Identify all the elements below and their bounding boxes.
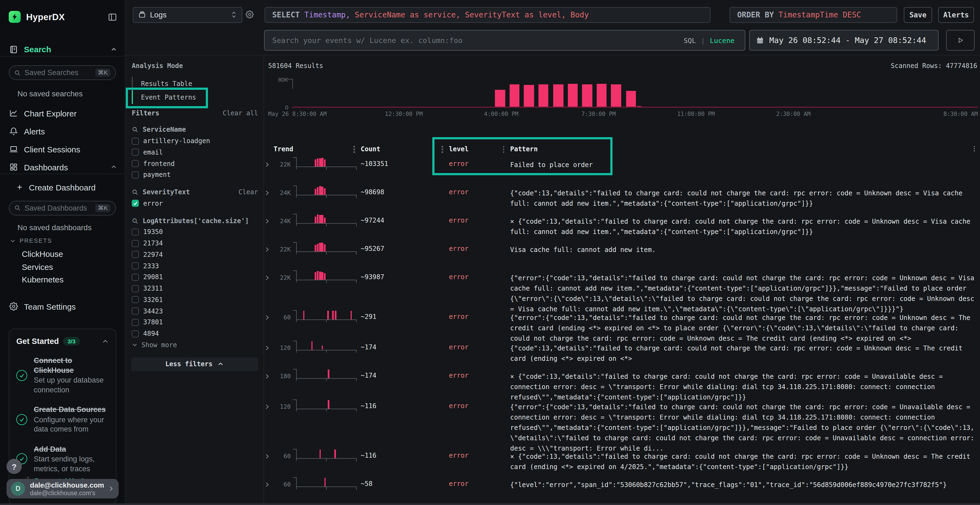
get-started-title: Get Started xyxy=(16,337,59,346)
column-header-count[interactable]: Count xyxy=(361,145,380,153)
pattern-row[interactable]: 120~116error{"error":{"code":13,"details… xyxy=(264,402,978,452)
language-toggle-lucene[interactable]: Lucene xyxy=(710,36,735,44)
filter-checkbox-item[interactable]: 34423 xyxy=(132,306,258,317)
checkbox-unchecked[interactable] xyxy=(132,160,139,167)
sidebar-item-client-sessions[interactable]: Client Sessions xyxy=(9,143,117,156)
filter-checkbox-item[interactable]: frontend xyxy=(132,158,258,170)
histogram-bar[interactable] xyxy=(495,90,505,106)
pattern-row[interactable]: 24K~97244error× {"code":13,"details":"fa… xyxy=(264,217,978,245)
pattern-count: ~116 xyxy=(361,402,377,410)
checkbox-unchecked[interactable] xyxy=(132,137,139,145)
chevron-up-icon[interactable] xyxy=(111,164,117,170)
sql-columns-input[interactable]: SELECT Timestamp, ServiceName as service… xyxy=(265,7,711,22)
checkbox-unchecked[interactable] xyxy=(132,330,139,337)
preset-clickhouse[interactable]: ClickHouse xyxy=(22,249,63,259)
pattern-count: ~97244 xyxy=(361,217,384,224)
less-filters-button[interactable]: Less filters xyxy=(131,357,258,371)
filter-checkbox-item[interactable]: 4894 xyxy=(132,328,258,340)
checkbox-unchecked[interactable] xyxy=(132,319,139,326)
filter-checkbox-item[interactable]: email xyxy=(132,147,258,158)
histogram-bar[interactable] xyxy=(582,85,592,106)
checkbox-checked[interactable] xyxy=(132,200,139,207)
column-drag-handle-icon[interactable] xyxy=(353,146,355,153)
pattern-row[interactable]: 22K~103351errorFailed to place order xyxy=(264,160,978,188)
pattern-row[interactable]: 22K~95267errorVisa cache full: cannot ad… xyxy=(264,245,978,273)
get-started-item[interactable]: Connect to ClickHouseSet up your databas… xyxy=(16,356,109,395)
sidebar-item-alerts[interactable]: Alerts xyxy=(9,125,117,138)
sidebar-collapse-icon[interactable] xyxy=(108,12,117,22)
get-started-item[interactable]: Create Data SourcesConfigure where your … xyxy=(16,405,109,434)
checkbox-unchecked[interactable] xyxy=(132,229,139,236)
filter-checkbox-item[interactable]: artillery-loadgen xyxy=(132,135,258,147)
histogram-bar[interactable] xyxy=(626,91,636,106)
filter-checkbox-item[interactable]: error xyxy=(132,198,258,209)
saved-dashboards-input[interactable]: Saved Dashboards ⌘K xyxy=(9,200,116,215)
filter-checkbox-item[interactable]: 2333 xyxy=(132,260,258,272)
order-by-input[interactable]: ORDER BY TimestampTime DESC xyxy=(730,7,897,22)
pattern-row[interactable]: 24K~98698error{"code":13,"details":"fail… xyxy=(264,188,978,217)
checkbox-unchecked[interactable] xyxy=(132,308,139,314)
pattern-row[interactable]: 60~58error{"level":"error","span_id":"53… xyxy=(264,480,978,505)
language-toggle-sql[interactable]: SQL xyxy=(684,36,696,44)
results-histogram[interactable]: 80K 0 xyxy=(292,79,978,107)
filter-checkbox-item[interactable]: 33261 xyxy=(132,294,258,306)
filter-checkbox-item[interactable]: payment xyxy=(132,169,258,181)
checkbox-unchecked[interactable] xyxy=(132,240,139,247)
histogram-bar[interactable] xyxy=(568,84,578,106)
alerts-button[interactable]: Alerts xyxy=(938,7,974,22)
column-header-trend[interactable]: Trend xyxy=(274,145,293,153)
histogram-bar[interactable] xyxy=(524,85,534,106)
histogram-bar[interactable] xyxy=(554,84,563,106)
checkbox-unchecked[interactable] xyxy=(132,274,139,281)
sidebar-item-team-settings[interactable]: Team Settings xyxy=(9,300,117,313)
help-button[interactable]: ? xyxy=(6,459,22,474)
histogram-bar[interactable] xyxy=(637,106,641,106)
presets-toggle[interactable]: PRESETS xyxy=(10,237,52,244)
run-query-button[interactable] xyxy=(946,30,974,51)
filter-checkbox-item[interactable]: 21734 xyxy=(132,238,258,249)
preset-services[interactable]: Services xyxy=(22,262,53,271)
source-settings-gear-icon[interactable] xyxy=(245,10,254,19)
sidebar-section-search[interactable]: Search xyxy=(9,44,117,54)
user-menu[interactable]: D dale@clickhouse.com dale@clickhouse.co… xyxy=(6,479,119,499)
checkbox-unchecked[interactable] xyxy=(132,251,139,258)
sidebar-item-dashboards[interactable]: Dashboards xyxy=(9,160,117,173)
pattern-row[interactable]: 22K~93987error{"error":{"code":13,"detai… xyxy=(264,273,978,313)
filter-checkbox-item[interactable]: 19350 xyxy=(132,226,258,238)
table-options-icon[interactable] xyxy=(971,145,978,152)
event-search-input[interactable]: Search your events w/ Lucene ex. column:… xyxy=(264,30,745,51)
filter-checkbox-item[interactable]: 22974 xyxy=(132,249,258,260)
date-range-picker[interactable]: May 26 08:52:44 - May 27 08:52:44 xyxy=(749,30,939,51)
checkbox-unchecked[interactable] xyxy=(132,149,139,156)
pattern-row[interactable]: 60~291error{"error":{"code":13,"details"… xyxy=(264,313,978,343)
checkbox-unchecked[interactable] xyxy=(132,172,139,178)
chevron-up-icon[interactable] xyxy=(111,46,117,52)
histogram-bar[interactable] xyxy=(597,84,606,106)
create-dashboard-button[interactable]: Create Dashboard xyxy=(16,181,117,194)
checkbox-unchecked[interactable] xyxy=(132,296,139,303)
filter-checkbox-item[interactable]: 32311 xyxy=(132,283,258,294)
filter-group-clear-button[interactable]: Clear xyxy=(239,188,258,196)
checkbox-unchecked[interactable] xyxy=(132,285,139,292)
pattern-row[interactable]: 120~174error{"code":13,"details":"failed… xyxy=(264,343,978,372)
save-button[interactable]: Save xyxy=(904,7,932,22)
clear-all-button[interactable]: Clear all xyxy=(223,110,258,117)
saved-dashboards-kbd: ⌘K xyxy=(95,204,111,212)
show-more-button[interactable]: Show more xyxy=(132,339,258,351)
filter-checkbox-item[interactable]: 29081 xyxy=(132,272,258,283)
pattern-row[interactable]: 60~116error× {"code":13,"details":"faile… xyxy=(264,452,978,480)
filter-checkbox-item[interactable]: 37801 xyxy=(132,317,258,328)
preset-kubernetes[interactable]: Kubernetes xyxy=(22,275,64,284)
filter-item-label: 19350 xyxy=(143,228,163,236)
histogram-bar[interactable] xyxy=(611,84,621,106)
pattern-row[interactable]: 180~174error× {"code":13,"details":"fail… xyxy=(264,372,978,402)
saved-searches-input[interactable]: Saved Searches ⌘K xyxy=(9,65,116,80)
checkbox-unchecked[interactable] xyxy=(132,262,139,269)
get-started-item[interactable]: Add DataStart sending logs, metrics, or … xyxy=(16,444,109,473)
source-select[interactable]: Logs xyxy=(132,7,242,22)
chevron-up-icon[interactable] xyxy=(102,338,109,345)
logs-source-icon xyxy=(138,11,146,19)
sidebar-item-chart-explorer[interactable]: Chart Explorer xyxy=(9,106,117,120)
histogram-bar[interactable] xyxy=(538,84,548,106)
histogram-bar[interactable] xyxy=(510,84,520,106)
